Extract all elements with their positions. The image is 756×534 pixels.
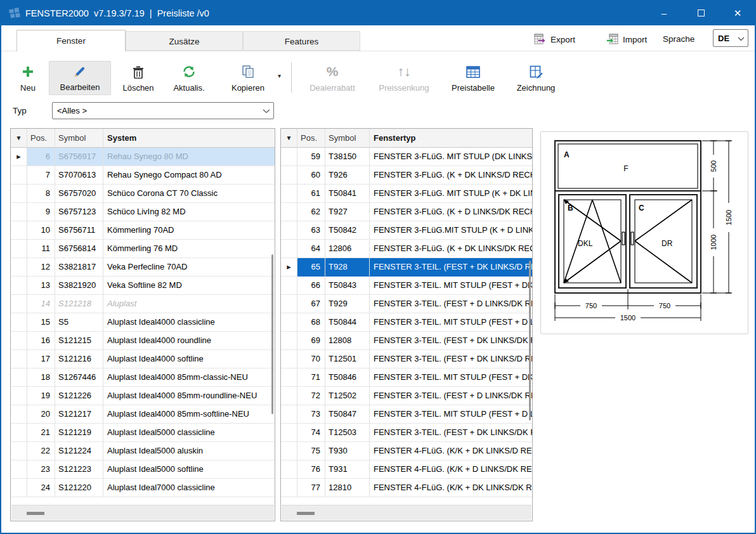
cell-pos[interactable]: 77	[297, 479, 325, 497]
cell-pos[interactable]: 24	[27, 479, 55, 497]
table-row[interactable]: 59T38150FENSTER 3-FLüG. MIT STULP (DK LI…	[281, 148, 532, 166]
row-selector[interactable]	[281, 185, 297, 203]
table-row[interactable]: 17S121216Aluplast Ideal4000 softline	[11, 350, 275, 368]
cell-text[interactable]: FENSTER 3-FLüG. (K + D LINKS/DK RECH	[370, 203, 532, 221]
cell-pos[interactable]: 73	[297, 405, 325, 424]
table-row[interactable]: ▸6S6756917Rehau Synego 80 MD	[11, 148, 275, 166]
column-header-fenstertyp[interactable]: Fenstertyp	[370, 129, 532, 148]
cell-text[interactable]: Veka Perfecline 70AD	[103, 258, 275, 277]
cell-symbol[interactable]: S3821920	[55, 277, 103, 295]
cell-pos[interactable]: 63	[297, 221, 325, 240]
kopieren-dropdown-icon[interactable]: ▾	[278, 72, 281, 79]
row-selector[interactable]	[281, 148, 297, 166]
cell-symbol[interactable]: S121220	[55, 479, 103, 497]
cell-symbol[interactable]: S121217	[55, 405, 103, 424]
focused-row-arrow-icon[interactable]: ▸	[11, 148, 27, 166]
cell-symbol[interactable]: S6757123	[55, 203, 103, 221]
cell-symbol[interactable]: T930	[325, 442, 370, 460]
cell-symbol[interactable]: S121224	[55, 442, 103, 460]
cell-symbol[interactable]: S6756917	[55, 148, 103, 166]
cell-pos[interactable]: 17	[27, 350, 55, 368]
table-row[interactable]: 23S121223Aluplast Ideal5000 softline	[11, 460, 275, 479]
row-selector[interactable]	[11, 368, 27, 387]
cell-text[interactable]: Aluplast Ideal4000 85mm-softline-NEU	[103, 405, 275, 424]
table-row[interactable]: 67T929FENSTER 3-TEIL. (FEST + D LINKS/DK…	[281, 295, 532, 313]
cell-pos[interactable]: 21	[27, 424, 55, 442]
table-row[interactable]: 63T50842FENSTER 3-FLüG.MIT STULP (K + D …	[281, 221, 532, 240]
cell-text[interactable]: FENSTER 4-FLüG. (K/K + DK LINKS/DK RE	[370, 479, 532, 497]
row-selector[interactable]	[281, 460, 297, 479]
filter-arrow-icon[interactable]: ▼	[281, 129, 297, 148]
bearbeiten-button[interactable]: Bearbeiten	[49, 61, 111, 95]
cell-pos[interactable]: 9	[27, 203, 55, 221]
table-row[interactable]: 24S121220Aluplast Ideal7000 classicline	[11, 479, 275, 497]
cell-pos[interactable]: 75	[297, 442, 325, 460]
cell-pos[interactable]: 66	[297, 277, 325, 295]
cell-text[interactable]: Aluplast Ideal4000 roundline	[103, 332, 275, 350]
table-row[interactable]: 13S3821920Veka Softline 82 MD	[11, 277, 275, 295]
typ-select[interactable]: <Alles >	[52, 102, 274, 119]
row-selector[interactable]	[11, 332, 27, 350]
table-row[interactable]: 14S121218Aluplast	[11, 295, 275, 313]
cell-pos[interactable]: 11	[27, 240, 55, 258]
cell-pos[interactable]: 19	[27, 387, 55, 405]
row-selector[interactable]	[281, 203, 297, 221]
table-row[interactable]: 19S121226Aluplast Ideal4000 85mm-roundli…	[11, 387, 275, 405]
row-selector[interactable]	[281, 387, 297, 405]
table-row[interactable]: 18S1267446Aluplast Ideal4000 85mm-classi…	[11, 368, 275, 387]
row-selector[interactable]	[11, 258, 27, 277]
table-row[interactable]: 20S121217Aluplast Ideal4000 85mm-softlin…	[11, 405, 275, 424]
cell-symbol[interactable]: S121226	[55, 387, 103, 405]
close-button[interactable]: ✕	[723, 1, 752, 25]
cell-text[interactable]: FENSTER 3-TEIL. (FEST + DK LINKS/D RE	[370, 258, 532, 277]
cell-text[interactable]: FENSTER 3-FLüG. MIT STULP (DK LINKS -	[370, 148, 532, 166]
table-row[interactable]: ▸65T928FENSTER 3-TEIL. (FEST + DK LINKS/…	[281, 258, 532, 277]
cell-text[interactable]: FENSTER 3-TEIL. MIT STULP (FEST + D L	[370, 405, 532, 424]
cell-text[interactable]: Aluplast Ideal4000 classicline	[103, 313, 275, 332]
cell-pos[interactable]: 65	[297, 258, 325, 277]
row-selector[interactable]	[11, 424, 27, 442]
zeichnung-button[interactable]: Zeichnung	[509, 61, 563, 95]
cell-pos[interactable]: 60	[297, 166, 325, 185]
cell-symbol[interactable]: S121223	[55, 460, 103, 479]
column-header-system[interactable]: System	[103, 129, 275, 148]
cell-text[interactable]: FENSTER 3-TEIL. (FEST + DK LINKS/DK R	[370, 424, 532, 442]
cell-text[interactable]: Rehau Synego Compact 80 AD	[103, 166, 275, 185]
cell-text[interactable]: FENSTER 3-TEIL. MIT STULP (FEST + DK	[370, 368, 532, 387]
cell-pos[interactable]: 22	[27, 442, 55, 460]
loeschen-button[interactable]: Löschen	[118, 61, 159, 95]
language-select[interactable]: DE	[713, 29, 748, 47]
row-selector[interactable]	[11, 166, 27, 185]
table-row[interactable]: 21S121219Aluplast Ideal5000 classicline	[11, 424, 275, 442]
cell-text[interactable]: FENSTER 4-FLüG. (K/K + D LINKS/DK REC	[370, 460, 532, 479]
table-row[interactable]: 66T50843FENSTER 3-TEIL. MIT STULP (FEST …	[281, 277, 532, 295]
cell-symbol[interactable]: S121216	[55, 350, 103, 368]
table-row[interactable]: 7S7070613Rehau Synego Compact 80 AD	[11, 166, 275, 185]
cell-pos[interactable]: 14	[27, 295, 55, 313]
row-selector[interactable]	[281, 240, 297, 258]
table-row[interactable]: 60T926FENSTER 3-FLüG. (K + DK LINKS/D RE…	[281, 166, 532, 185]
cell-symbol[interactable]: T12503	[325, 424, 370, 442]
cell-symbol[interactable]: T50846	[325, 368, 370, 387]
table-row[interactable]: 9S6757123Schüco LivIng 82 MD	[11, 203, 275, 221]
row-selector[interactable]	[11, 221, 27, 240]
cell-symbol[interactable]: T929	[325, 295, 370, 313]
cell-pos[interactable]: 62	[297, 203, 325, 221]
cell-symbol[interactable]: T928	[325, 258, 370, 277]
row-selector[interactable]	[281, 313, 297, 332]
table-row[interactable]: 73T50847FENSTER 3-TEIL. MIT STULP (FEST …	[281, 405, 532, 424]
cell-symbol[interactable]: 12810	[325, 479, 370, 497]
cell-symbol[interactable]: S5	[55, 313, 103, 332]
column-header-symbol[interactable]: Symbol	[55, 129, 103, 148]
cell-text[interactable]: Veka Softline 82 MD	[103, 277, 275, 295]
cell-symbol[interactable]: S6756814	[55, 240, 103, 258]
focused-row-arrow-icon[interactable]: ▸	[281, 258, 297, 277]
cell-text[interactable]: FENSTER 3-FLüG. (K + DK LINKS/DK REC	[370, 240, 532, 258]
cell-symbol[interactable]: T50844	[325, 313, 370, 332]
table-row[interactable]: 22S121224Aluplast Ideal5000 aluskin	[11, 442, 275, 460]
neu-button[interactable]: Neu	[11, 61, 44, 95]
table-row[interactable]: 10S6756711Kömmerling 70AD	[11, 221, 275, 240]
row-selector[interactable]	[11, 405, 27, 424]
cell-pos[interactable]: 59	[297, 148, 325, 166]
export-button[interactable]: Export	[534, 32, 575, 47]
